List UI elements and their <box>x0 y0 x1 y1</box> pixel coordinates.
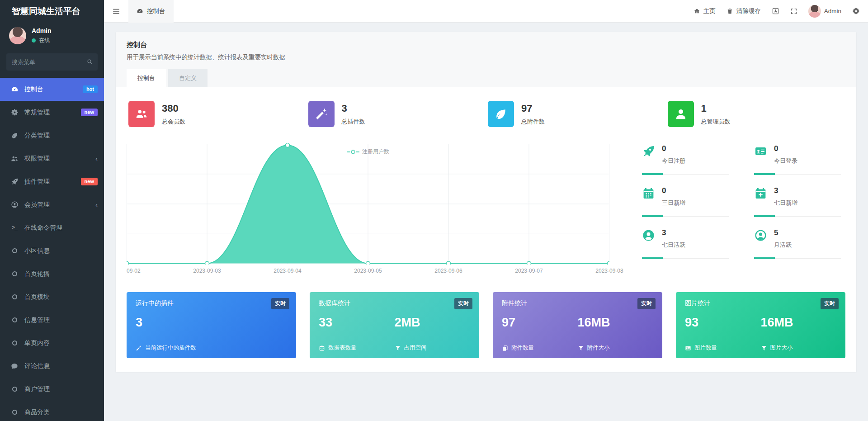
circle-icon <box>10 410 19 415</box>
search-input[interactable] <box>6 53 98 71</box>
stats-row: 380 总会员数 3 总插件数 <box>127 101 845 127</box>
sidebar-item-merchant[interactable]: 商户管理 <box>0 378 104 401</box>
sidebar-item-home-module[interactable]: 首页模块 <box>0 285 104 308</box>
sidebar-item-member[interactable]: 会员管理 ‹ <box>0 193 104 216</box>
card-title: 附件统计 <box>502 299 653 307</box>
gear-icon <box>852 7 860 15</box>
card-database-stats: 数据库统计 实时 33 2MB 数据表数量 占用空间 <box>310 292 479 358</box>
sidebar-search <box>6 53 98 71</box>
sidebar-item-command[interactable]: >_ 在线命令管理 <box>0 216 104 239</box>
mini-stat-label: 三日新增 <box>662 199 685 207</box>
stat-total-plugins: 3 总插件数 <box>307 101 486 127</box>
language-icon <box>772 7 779 15</box>
x-axis-tick: 2023-09-08 <box>595 268 623 274</box>
chart-legend[interactable]: 注册用户数 <box>127 148 609 156</box>
card-running-plugins: 运行中的插件 实时 3 当前运行中的插件数 <box>127 292 296 358</box>
panel-tabs: 控制台 自定义 <box>127 69 845 87</box>
tab-custom[interactable]: 自定义 <box>168 69 208 87</box>
sidebar-item-label: 首页轮播 <box>24 270 50 278</box>
user-circle-icon <box>754 229 768 249</box>
filter-icon <box>395 345 401 351</box>
stat-total-members: 380 总会员数 <box>127 101 307 127</box>
user-status: 在线 <box>39 37 50 44</box>
card-image-stats: 图片统计 实时 93 16MB 图片数量 图片大小 <box>676 292 845 358</box>
image-icon <box>685 345 691 351</box>
topbar-username: Admin <box>824 8 841 14</box>
sidebar-item-permission[interactable]: 权限管理 ‹ <box>0 147 104 170</box>
stat-value: 3 <box>342 103 365 114</box>
trash-icon <box>726 8 733 14</box>
card-attachment-stats: 附件统计 实时 97 16MB 附件数量 附件大小 <box>493 292 662 358</box>
sidebar-item-carousel[interactable]: 首页轮播 <box>0 262 104 285</box>
card-value2: 16MB <box>761 316 837 330</box>
circle-icon <box>10 317 19 322</box>
home-button[interactable]: 主页 <box>693 7 716 15</box>
stat-label: 总管理员数 <box>701 118 731 126</box>
mini-stat-7day-new: 3 七日新增 <box>754 186 841 217</box>
sidebar-item-comment[interactable]: 评论信息 <box>0 355 104 378</box>
realtime-badge: 实时 <box>271 298 289 309</box>
x-axis-tick: 2023-09-04 <box>274 268 301 274</box>
sidebar-item-general[interactable]: 常规管理 new <box>0 101 104 124</box>
card-footer-label: 当前运行中的插件数 <box>145 344 196 352</box>
clear-cache-button[interactable]: 清除缓存 <box>726 7 761 15</box>
sidebar-item-category[interactable]: 分类管理 <box>0 124 104 147</box>
stat-label: 总会员数 <box>162 118 185 126</box>
sidebar-item-plugin[interactable]: 插件管理 new <box>0 170 104 193</box>
chart-x-axis: 2023-09-022023-09-032023-09-042023-09-05… <box>127 268 624 276</box>
avatar[interactable] <box>9 27 26 44</box>
card-footer: 当前运行中的插件数 <box>136 344 287 352</box>
search-icon[interactable] <box>86 58 93 65</box>
sidebar-item-label: 在线命令管理 <box>24 224 62 232</box>
sidebar-item-single-page[interactable]: 单页内容 <box>0 331 104 355</box>
magic-wand-icon <box>136 345 142 351</box>
home-icon <box>693 8 700 14</box>
sidebar-item-label: 商品分类 <box>24 408 50 416</box>
card-footer2: 附件大小 <box>578 344 654 352</box>
calendar-plus-icon <box>754 187 768 207</box>
language-button[interactable] <box>772 7 779 15</box>
stat-total-attachments: 97 总附件数 <box>486 101 666 127</box>
area-chart <box>127 143 609 265</box>
card-footer-label: 附件大小 <box>587 344 610 352</box>
x-axis-tick: 2023-09-02 <box>127 268 141 274</box>
x-axis-tick: 2023-09-06 <box>434 268 462 274</box>
sidebar-item-community[interactable]: 小区信息 <box>0 239 104 262</box>
mini-stat-3day-new: 0 三日新增 <box>642 186 729 217</box>
new-badge: new <box>81 178 98 185</box>
topbar-tab-console[interactable]: 控制台 <box>128 0 174 23</box>
sidebar-item-goods-category[interactable]: 商品分类 <box>0 401 104 421</box>
user-panel: Admin 在线 <box>0 23 104 47</box>
realtime-badge: 实时 <box>454 298 472 309</box>
mini-stat-label: 七日新增 <box>774 199 797 207</box>
database-icon <box>319 345 325 351</box>
stat-total-admins: 1 总管理员数 <box>666 101 846 127</box>
card-footer: 附件数量 <box>502 344 578 352</box>
sidebar-item-console[interactable]: 控制台 hot <box>0 78 104 101</box>
circle-icon <box>10 387 19 392</box>
tab-console[interactable]: 控制台 <box>127 69 166 87</box>
stat-label: 总插件数 <box>342 118 365 126</box>
filter-icon <box>578 345 584 351</box>
sidebar-item-label: 控制台 <box>24 85 43 94</box>
profile-menu[interactable]: Admin <box>808 5 841 18</box>
chevron-left-icon: ‹ <box>95 155 98 162</box>
mini-stat-value: 3 <box>662 228 685 237</box>
new-badge: new <box>81 109 98 116</box>
fullscreen-button[interactable] <box>790 8 797 15</box>
settings-button[interactable] <box>852 7 860 15</box>
hamburger-icon[interactable] <box>104 7 128 15</box>
sidebar-item-label: 常规管理 <box>24 109 50 117</box>
rocket-icon <box>642 145 656 165</box>
sidebar-item-info[interactable]: 信息管理 <box>0 308 104 331</box>
realtime-badge: 实时 <box>821 298 839 309</box>
main-content: 控制台 用于展示当前系统中的统计数据、统计报表及重要实时数据 控制台 自定义 3… <box>104 23 868 421</box>
id-card-icon <box>754 145 768 165</box>
brand-title: 智慧同城生活平台 <box>0 0 104 23</box>
stat-value: 97 <box>521 103 545 114</box>
sidebar-item-label: 商户管理 <box>24 385 50 393</box>
cogs-icon <box>10 109 19 116</box>
card-footer-label: 占用空间 <box>404 344 427 352</box>
sidebar-item-label: 会员管理 <box>24 201 50 209</box>
filter-icon <box>761 345 767 351</box>
